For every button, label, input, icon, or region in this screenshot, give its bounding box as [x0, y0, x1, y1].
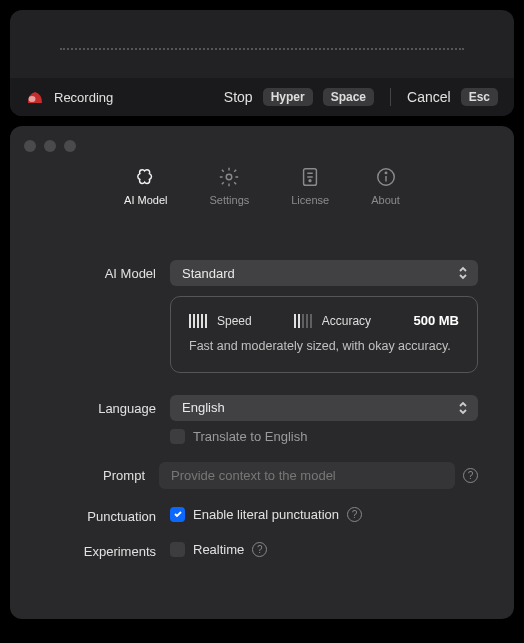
punctuation-cb-label: Enable literal punctuation — [193, 507, 339, 522]
translate-label: Translate to English — [193, 429, 307, 444]
tab-label: AI Model — [124, 194, 167, 206]
close-window-button[interactable] — [24, 140, 36, 152]
cancel-label: Cancel — [407, 89, 451, 105]
tab-ai-model[interactable]: AI Model — [124, 166, 167, 206]
language-value: English — [182, 400, 225, 415]
waveform-placeholder — [60, 48, 464, 50]
language-select[interactable]: English — [170, 395, 478, 421]
accuracy-label: Accuracy — [322, 314, 371, 328]
tab-label: License — [291, 194, 329, 206]
svg-point-6 — [385, 172, 386, 173]
form-area: AI Model Standard Speed — [10, 224, 514, 559]
model-size: 500 MB — [413, 313, 459, 328]
hotkey-hyper: Hyper — [263, 88, 313, 106]
license-icon — [299, 166, 321, 188]
punctuation-label: Punctuation — [46, 503, 156, 524]
language-label: Language — [46, 395, 156, 416]
accuracy-bars-icon — [294, 314, 312, 328]
ai-model-select[interactable]: Standard — [170, 260, 478, 286]
ai-model-value: Standard — [182, 266, 235, 281]
prompt-label: Prompt — [46, 462, 145, 483]
svg-point-1 — [227, 174, 233, 180]
chevron-up-down-icon — [456, 265, 470, 281]
speed-label: Speed — [217, 314, 252, 328]
experiments-label: Experiments — [46, 538, 156, 559]
tab-label: About — [371, 194, 400, 206]
brain-icon — [135, 166, 157, 188]
tab-label: Settings — [210, 194, 250, 206]
recording-panel: Recording Stop Hyper Space Cancel Esc — [10, 10, 514, 116]
zoom-window-button[interactable] — [64, 140, 76, 152]
recording-status: Recording — [54, 90, 113, 105]
translate-checkbox[interactable] — [170, 429, 185, 444]
realtime-checkbox[interactable] — [170, 542, 185, 557]
tab-license[interactable]: License — [291, 166, 329, 206]
gear-icon — [218, 166, 240, 188]
divider — [390, 88, 391, 106]
recording-icon — [26, 88, 44, 106]
info-icon — [375, 166, 397, 188]
punctuation-help-icon[interactable]: ? — [347, 507, 362, 522]
model-description: Fast and moderately sized, with okay acc… — [189, 338, 459, 356]
svg-point-3 — [309, 180, 311, 182]
realtime-help-icon[interactable]: ? — [252, 542, 267, 557]
tab-bar: AI Model Settings License About — [10, 156, 514, 224]
chevron-up-down-icon — [456, 400, 470, 416]
tab-about[interactable]: About — [371, 166, 400, 206]
prompt-input[interactable]: Provide context to the model — [159, 462, 455, 489]
hotkey-space: Space — [323, 88, 374, 106]
recording-toolbar: Recording Stop Hyper Space Cancel Esc — [10, 78, 514, 116]
realtime-cb-label: Realtime — [193, 542, 244, 557]
model-info-card: Speed Accuracy 500 MB Fast and moderatel… — [170, 296, 478, 373]
minimize-window-button[interactable] — [44, 140, 56, 152]
speed-bars-icon — [189, 314, 207, 328]
svg-point-0 — [29, 96, 36, 102]
prompt-help-icon[interactable]: ? — [463, 468, 478, 483]
ai-model-label: AI Model — [46, 260, 156, 281]
tab-settings[interactable]: Settings — [210, 166, 250, 206]
window-controls — [10, 126, 514, 156]
settings-window: AI Model Settings License About AI Model — [10, 126, 514, 619]
hotkey-esc: Esc — [461, 88, 498, 106]
stop-label: Stop — [224, 89, 253, 105]
punctuation-checkbox[interactable] — [170, 507, 185, 522]
